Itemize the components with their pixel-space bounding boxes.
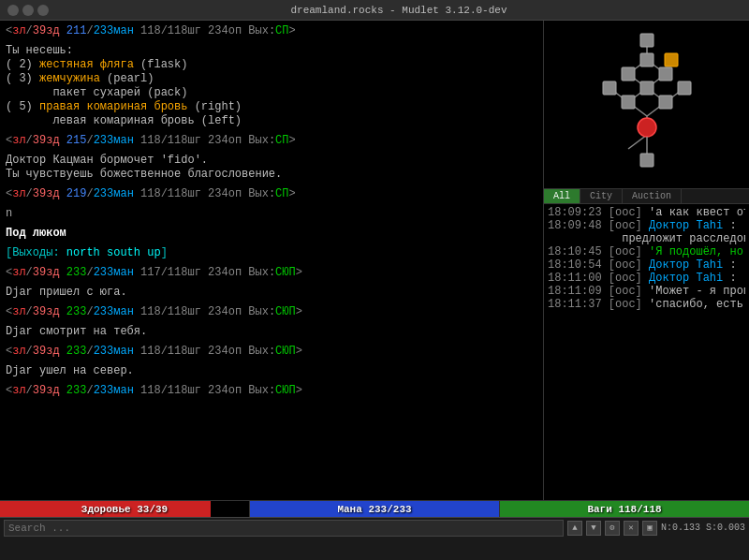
svg-point-23 [638,118,656,137]
prompt-line-2: <зл/39зд 215/233ман 118/118шг 234оп Вых:… [6,134,537,148]
mana-bar: Мана 233/233 [250,501,500,517]
chat-msg-7: 18:11:37 [ooc] 'спасибо, есть.' [548,298,745,311]
maximize-button[interactable] [37,5,49,16]
blessing-msg: Ты чувствуешь божественное благословение… [6,168,537,182]
prompt-line-5: <зл/39зд 233/233ман 118/118шг 234оп Вых:… [6,305,537,319]
djar-arrive: Djar пришел с юга. [6,286,537,300]
weight-bar: Вaги 118/118 [500,501,749,517]
title-bar: dreamland.rocks - Mudlet 3.12.0-dev [0,0,749,21]
input-bar: ▲ ▼ ⚙ ✕ ▣ N:0.133 S:0.003 [0,517,749,538]
hp-bar: Здоровье 33/39 [0,501,250,517]
svg-rect-16 [622,67,635,81]
window-title: dreamland.rocks - Mudlet 3.12.0-dev [56,5,742,16]
prompt-line-1: <зл/39зд 211/233ман 118/118шг 234оп Вых:… [6,24,537,38]
svg-rect-21 [622,96,635,109]
chat-msg-2: 18:09:48 [ooc] Доктор Tahi : 'подойди к … [548,219,745,232]
chat-msg-2b: предложит расследование' [548,232,745,245]
exits-line: [Выходы: north south up] [6,246,537,260]
search-input[interactable] [4,520,564,537]
status-bars: Здоровье 33/39 Мана 233/233 Вaги 118/118 [0,500,749,517]
item-1: ( 2) жестяная фляга (flask) [6,58,537,72]
minimize-button[interactable] [22,5,34,16]
close-button[interactable] [7,5,19,16]
tab-all[interactable]: All [544,189,580,203]
svg-rect-14 [640,53,654,66]
mana-label: Мана 233/233 [337,504,411,515]
svg-rect-22 [659,96,672,109]
hp-label: Здоровье 33/39 [81,504,168,515]
scroll-up-icon[interactable]: ▲ [567,521,582,536]
chat-msg-1: 18:09:23 [ooc] 'а как квест от дварфа по… [548,206,745,219]
chat-msg-3: 18:10:45 [ooc] 'Я подошёл, но он не гово… [548,245,745,258]
item-4: ( 5) правая комариная бровь (right) [6,100,537,114]
svg-rect-17 [659,67,672,81]
svg-rect-13 [640,34,654,47]
item-5: левая комариная бровь (left) [6,114,537,128]
svg-rect-25 [640,154,654,167]
main-layout: <зл/39зд 211/233ман 118/118шг 234оп Вых:… [0,21,749,500]
chat-msg-5: 18:11:00 [ooc] Доктор Tahi : 'q inf набе… [548,272,745,285]
scroll-down-icon[interactable]: ▼ [586,521,601,536]
svg-rect-18 [640,81,654,95]
chat-tabs[interactable]: All City Auction [544,189,749,204]
svg-rect-15 [665,53,678,66]
main-text-area: <зл/39зд 211/233ман 118/118шг 234оп Вых:… [0,21,543,500]
item-3: пакет сухарей (pack) [6,86,537,100]
map-svg [553,22,741,186]
chat-msg-6: 18:11:09 [ooc] 'Может - я пропустил.' [548,285,745,298]
prompt-line-4: <зл/39зд 233/233ман 117/118шг 234оп Вых:… [6,266,537,280]
command-n: n [6,207,537,221]
prompt-line-3: <зл/39зд 219/233ман 118/118шг 234оп Вых:… [6,187,537,201]
right-panel: All City Auction 18:09:23 [ooc] 'а как к… [543,21,749,500]
djar-leave: Djar ушел на север. [6,364,537,378]
chat-msg-4: 18:10:54 [ooc] Доктор Tahi : 'может уже … [548,258,745,272]
doctor-speech: Доктор Кацман бормочет 'fido'. [6,154,537,168]
svg-rect-19 [603,81,616,95]
location-name: Под люком [6,227,537,241]
prompt-line-7: <зл/39зд 233/233ман 118/118шг 234оп Вых:… [6,384,537,398]
window-controls[interactable] [7,5,49,16]
close-icon[interactable]: ✕ [624,521,639,536]
item-2: ( 3) жемчужина (pearl) [6,72,537,86]
svg-rect-20 [678,81,691,95]
settings-icon[interactable]: ⚙ [605,521,620,536]
weight-label: Вaги 118/118 [587,504,661,515]
tab-city[interactable]: City [580,189,623,203]
djar-look: Djar смотрит на тебя. [6,325,537,339]
carrying-header: Ты несешь: [6,44,537,58]
chat-messages: 18:09:23 [ooc] 'а как квест от дварфа по… [544,204,749,313]
map-area [544,21,749,189]
prompt-line-6: <зл/39зд 233/233ман 118/118шг 234оп Вых:… [6,345,537,359]
window-icon[interactable]: ▣ [642,521,657,536]
coordinates: N:0.133 S:0.003 [661,523,745,533]
tab-auction[interactable]: Auction [623,189,682,203]
